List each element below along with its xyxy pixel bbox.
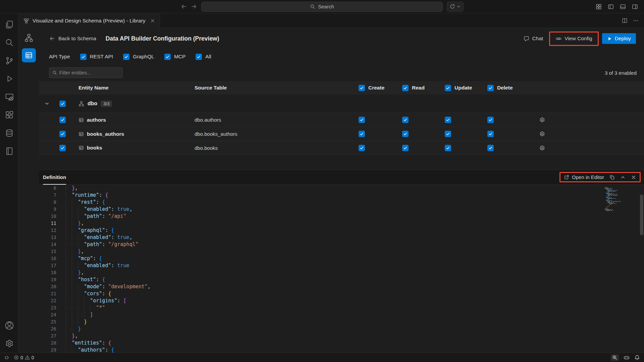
api-option-graphql[interactable]: GraphQL [123, 54, 154, 60]
chat-button[interactable]: Chat [521, 34, 546, 44]
update-checkbox[interactable] [445, 117, 451, 123]
error-count: 0 [20, 355, 23, 360]
rest-api-checkbox[interactable] [80, 54, 87, 60]
entity-name: authors [87, 117, 106, 123]
all-checkbox[interactable] [196, 54, 202, 60]
group-checkbox[interactable] [59, 101, 66, 107]
row-checkbox[interactable] [59, 131, 66, 137]
code-line: 15 }, [39, 248, 600, 255]
notifications-bell-icon[interactable] [634, 355, 640, 360]
schema-group-icon [78, 101, 84, 107]
more-actions-icon[interactable] [633, 18, 639, 23]
delete-checkbox[interactable] [487, 117, 494, 123]
create-checkbox[interactable] [359, 117, 365, 123]
search-input[interactable]: Search [201, 2, 443, 12]
table-icon [78, 117, 84, 123]
nav-back-icon[interactable] [180, 3, 187, 10]
toggle-sidebar-icon[interactable] [608, 4, 614, 10]
row-settings-gear-icon[interactable] [527, 131, 564, 137]
source-table: dbo.books_authors [195, 131, 355, 137]
editor-scrollbar[interactable] [639, 185, 644, 353]
delete-all-checkbox[interactable] [487, 85, 494, 91]
read-all-checkbox[interactable] [402, 85, 409, 91]
table-row[interactable]: authors dbo.authors [39, 113, 644, 127]
update-all-checkbox[interactable] [445, 85, 451, 91]
read-checkbox[interactable] [402, 131, 409, 137]
read-checkbox[interactable] [402, 145, 409, 151]
nav-forward-icon[interactable] [191, 3, 197, 10]
filter-row: 3 of 3 enabled [39, 64, 644, 81]
graphql-checkbox[interactable] [123, 54, 129, 60]
activity-bar [0, 13, 19, 353]
code-editor[interactable]: 6 },7 "runtime": {8 "rest": {9 "enabled"… [39, 185, 644, 353]
tab-close-icon[interactable] [150, 18, 155, 23]
update-label: Update [454, 85, 472, 91]
copy-icon[interactable] [609, 175, 615, 180]
toggle-secondary-sidebar-icon[interactable] [632, 4, 638, 10]
row-checkbox[interactable] [59, 145, 66, 151]
designer-toolbar [19, 28, 39, 353]
extensions-icon[interactable] [0, 106, 19, 124]
delete-label: Delete [497, 85, 513, 91]
run-debug-icon[interactable] [0, 70, 19, 88]
back-to-schema-link[interactable]: Back to Schema [49, 36, 96, 42]
code-line: 17 "enabled": true [39, 262, 600, 269]
filter-entities-input[interactable] [59, 70, 119, 75]
minimap[interactable] [603, 186, 639, 210]
rest-api-label: REST API [90, 54, 113, 60]
tab-visualize-schema[interactable]: Visualize and Design Schema (Preview) - … [19, 13, 160, 28]
customize-layout-icon[interactable] [596, 4, 602, 10]
close-panel-icon[interactable] [631, 175, 636, 180]
database-icon[interactable] [0, 124, 19, 142]
api-option-all[interactable]: All [196, 54, 211, 60]
mcp-checkbox[interactable] [164, 54, 171, 60]
update-checkbox[interactable] [445, 131, 451, 137]
api-type-label: API Type [49, 54, 70, 60]
row-settings-gear-icon[interactable] [527, 117, 564, 123]
code-line: 10 "path": "/api" [39, 213, 600, 220]
toggle-panel-icon[interactable] [620, 4, 626, 10]
problems-indicator[interactable]: 0 0 [14, 355, 34, 360]
row-checkbox[interactable] [59, 117, 66, 123]
table-row[interactable]: books_authors dbo.books_authors [39, 127, 644, 141]
settings-gear-icon[interactable] [0, 335, 19, 353]
explorer-icon[interactable] [0, 15, 19, 34]
search-sidebar-icon[interactable] [0, 34, 19, 52]
zoom-icon[interactable] [611, 354, 619, 361]
status-bar: 0 0 [0, 353, 644, 362]
create-all-checkbox[interactable] [359, 85, 365, 91]
deploy-button[interactable]: Deploy [602, 33, 636, 44]
view-config-button[interactable]: View Config [553, 34, 595, 44]
table-icon [78, 145, 84, 150]
open-in-editor-button[interactable]: Open in Editor [564, 174, 604, 180]
create-checkbox[interactable] [359, 145, 365, 151]
dab-config-icon[interactable] [22, 48, 36, 62]
api-option-rest[interactable]: REST API [80, 54, 113, 60]
table-row[interactable]: books dbo.books [39, 141, 644, 155]
code-line: 20 "mode": "development", [39, 283, 600, 290]
delete-checkbox[interactable] [487, 145, 494, 151]
delete-checkbox[interactable] [487, 131, 494, 137]
source-control-icon[interactable] [0, 52, 19, 70]
account-icon[interactable] [0, 316, 19, 335]
read-checkbox[interactable] [402, 117, 409, 123]
row-settings-gear-icon[interactable] [527, 145, 564, 151]
iterate-dropdown[interactable] [447, 2, 464, 12]
collapse-panel-icon[interactable] [620, 175, 626, 180]
schema-view-icon[interactable] [22, 31, 36, 45]
remote-indicator-icon[interactable] [4, 355, 9, 360]
remote-explorer-error-icon[interactable] [0, 88, 19, 106]
scrollbar-thumb[interactable] [640, 195, 643, 235]
schema-group-row[interactable]: dbo 3/3 [39, 95, 644, 113]
create-checkbox[interactable] [359, 131, 365, 137]
group-chevron-down-icon[interactable] [39, 101, 55, 106]
copilot-icon[interactable] [624, 355, 630, 361]
col-read: Read [399, 85, 441, 91]
api-option-mcp[interactable]: MCP [164, 54, 185, 60]
split-editor-icon[interactable] [622, 18, 628, 23]
entity-name: books_authors [87, 131, 124, 137]
code-line: 26 } [39, 325, 600, 333]
notebook-icon[interactable] [0, 142, 19, 160]
update-checkbox[interactable] [445, 145, 451, 151]
filter-entities-box [49, 67, 123, 78]
